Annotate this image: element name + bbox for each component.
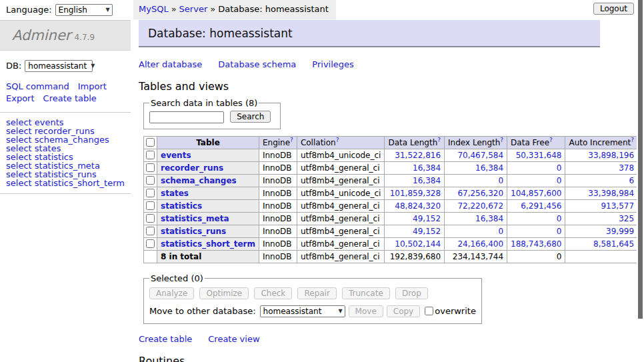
search-button[interactable]: Search: [230, 111, 271, 123]
language-row: Language:English▼: [0, 0, 131, 20]
import-link[interactable]: Import: [78, 81, 107, 91]
help-link[interactable]: ?: [549, 137, 553, 143]
auto-increment-link[interactable]: 325: [619, 214, 634, 223]
language-select[interactable]: English▼: [55, 4, 113, 16]
data-length-link[interactable]: 48,824,320: [395, 201, 441, 211]
row-select-checkbox[interactable]: [146, 189, 155, 197]
data-length-link[interactable]: 16,384: [413, 163, 441, 173]
auto-increment-link[interactable]: 6: [629, 176, 634, 185]
index-length-link[interactable]: 0: [498, 227, 503, 236]
collation-cell: utf8mb4_general_ci: [297, 161, 385, 174]
data-length-link[interactable]: 49,152: [413, 214, 441, 223]
help-link[interactable]: ?: [631, 137, 634, 143]
repair-button[interactable]: Repair: [297, 287, 336, 299]
table-name-link[interactable]: statistics_meta: [161, 214, 229, 223]
select-all-cell: [144, 136, 157, 149]
data-free-cell: 188,743,680: [507, 237, 565, 250]
truncate-button[interactable]: Truncate: [342, 287, 390, 299]
data-length-link[interactable]: 10,502,144: [395, 239, 441, 249]
move-db-select[interactable]: homeassistant▼: [260, 305, 345, 317]
table-name-link[interactable]: statistics_short_term: [161, 239, 255, 249]
help-link[interactable]: ?: [290, 137, 293, 143]
alter-database-link[interactable]: Alter database: [139, 59, 202, 69]
auto-increment-link[interactable]: 913,577: [601, 201, 634, 211]
overwrite-checkbox[interactable]: [425, 307, 433, 315]
data-free-link[interactable]: 0: [557, 163, 562, 173]
index-length-link[interactable]: 0: [498, 176, 503, 185]
index-length-link[interactable]: 24,166,400: [457, 239, 503, 249]
drop-button[interactable]: Drop: [395, 287, 428, 299]
copy-button[interactable]: Copy: [387, 305, 420, 317]
index-length-link[interactable]: 67,256,320: [457, 189, 503, 198]
sql-command-link[interactable]: SQL command: [6, 81, 69, 91]
data-length-cell: 49,152: [385, 225, 445, 237]
data-free-link[interactable]: 104,857,600: [511, 189, 561, 198]
logout-button[interactable]: Logout: [593, 3, 634, 15]
auto-increment-link[interactable]: 8,581,645: [593, 239, 634, 249]
data-length-link[interactable]: 16,384: [413, 176, 441, 185]
help-link[interactable]: ?: [437, 137, 441, 143]
table-name-link[interactable]: states: [161, 189, 189, 198]
sidebar-actions: SQL commandImport ExportCreate table: [6, 81, 125, 105]
create-view-link[interactable]: Create view: [208, 334, 259, 344]
scrollbar-thumb[interactable]: [638, 0, 643, 319]
auto-increment-link[interactable]: 378: [619, 163, 634, 173]
data-free-cell: 0: [507, 225, 565, 237]
select-all-checkbox[interactable]: [146, 138, 155, 147]
sidebar-select-statistics-short-term[interactable]: select statistics_short_term: [6, 178, 125, 188]
privileges-link[interactable]: Privileges: [312, 59, 354, 69]
engine-cell: InnoDB: [259, 237, 297, 250]
index-length-link[interactable]: 16,384: [475, 163, 503, 173]
export-link[interactable]: Export: [6, 93, 35, 103]
row-select-checkbox[interactable]: [146, 201, 155, 210]
data-length-link[interactable]: 31,522,816: [395, 151, 441, 160]
data-free-link[interactable]: 6,291,456: [521, 201, 561, 211]
auto-increment-link[interactable]: 33,398,984: [588, 189, 634, 198]
data-free-link[interactable]: 0: [557, 176, 562, 185]
data-length-link[interactable]: 49,152: [413, 227, 441, 236]
table-name-link[interactable]: schema_changes: [161, 176, 237, 185]
table-name-link[interactable]: statistics_runs: [161, 227, 226, 236]
data-length-link[interactable]: 101,859,328: [390, 189, 441, 198]
move-db-select-value: homeassistant: [263, 307, 322, 316]
table-name-link[interactable]: events: [161, 151, 191, 160]
table-name-link[interactable]: recorder_runs: [161, 163, 223, 173]
row-select-checkbox[interactable]: [146, 151, 155, 159]
check-button[interactable]: Check: [254, 287, 292, 299]
search-fieldset: Search data in tables (8) Search: [143, 98, 281, 129]
breadcrumb-mysql-link[interactable]: MySQL: [139, 4, 169, 14]
data-free-link[interactable]: 0: [557, 227, 562, 236]
table-name-link[interactable]: statistics: [161, 201, 202, 211]
row-select-checkbox[interactable]: [146, 176, 155, 185]
help-link[interactable]: ?: [500, 137, 503, 143]
index-length-link[interactable]: 16,384: [475, 214, 503, 223]
search-input[interactable]: [149, 111, 224, 123]
data-free-link[interactable]: 0: [557, 214, 562, 223]
database-schema-link[interactable]: Database schema: [218, 59, 296, 69]
page-title: Database: homeassistant: [139, 20, 600, 47]
row-select-checkbox[interactable]: [146, 214, 155, 223]
database-links: Alter databaseDatabase schemaPrivileges: [139, 59, 600, 69]
analyze-button[interactable]: Analyze: [149, 287, 194, 299]
index-length-link[interactable]: 70,467,584: [457, 151, 503, 160]
optimize-button[interactable]: Optimize: [199, 287, 249, 299]
db-select[interactable]: homeassistant▼: [25, 60, 93, 72]
auto-increment-link[interactable]: 39,999: [606, 227, 634, 236]
row-select-checkbox[interactable]: [146, 163, 155, 172]
auto-increment-cell: 39,999: [565, 225, 638, 237]
row-select-checkbox[interactable]: [146, 227, 155, 235]
index-length-link[interactable]: 72,220,672: [457, 201, 503, 211]
create-table-link-main[interactable]: Create table: [139, 334, 192, 344]
data-free-link[interactable]: 50,331,648: [516, 151, 562, 160]
move-button[interactable]: Move: [349, 305, 383, 317]
column-label: Data Free: [511, 138, 549, 147]
create-table-link[interactable]: Create table: [43, 93, 97, 103]
table-name-cell: schema_changes: [157, 174, 259, 187]
help-link[interactable]: ?: [336, 137, 339, 143]
data-free-link[interactable]: 188,743,680: [511, 239, 561, 249]
row-select-checkbox[interactable]: [146, 239, 155, 248]
column-header-engine: Engine?: [259, 136, 297, 149]
data-free-cell: 104,857,600: [507, 187, 565, 199]
auto-increment-link[interactable]: 33,898,196: [588, 151, 634, 160]
breadcrumb-server-link[interactable]: Server: [179, 4, 208, 14]
